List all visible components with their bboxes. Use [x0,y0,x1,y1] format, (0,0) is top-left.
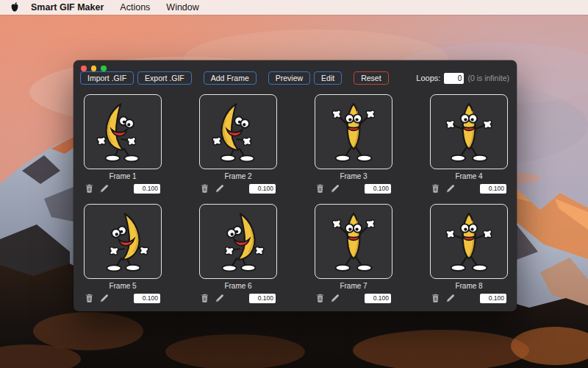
frame-label: Frame 1 [84,172,162,181]
frame-grid: Frame 1 Frame 2 [84,94,508,303]
frame-controls [199,183,277,194]
frame-thumbnail[interactable] [315,94,392,169]
frame-duration-input[interactable] [249,294,276,303]
loops-hint: (0 is infinite) [467,74,509,82]
banana-image [89,98,157,166]
frame-controls [199,293,277,303]
menu-app-name[interactable]: Smart GIF Maker [31,2,104,13]
frame-duration-input[interactable] [480,184,506,194]
pencil-icon [331,184,340,193]
frame-cell: Frame 2 [199,94,277,194]
delete-frame-button[interactable] [316,294,326,303]
frame-label: Frame 2 [199,172,277,181]
frame-thumbnail[interactable] [199,204,277,279]
apple-logo-glyph [10,2,19,13]
frame-duration-input[interactable] [480,294,506,303]
trash-icon [85,184,93,193]
banana-image [204,98,272,166]
loops-input[interactable] [444,73,464,84]
delete-frame-button[interactable] [201,294,210,303]
frame-controls [84,293,162,303]
edit-frame-button[interactable] [446,184,456,194]
edit-frame-button[interactable] [215,294,225,303]
zoom-button[interactable] [101,66,107,71]
banana-image [320,98,387,166]
frame-duration-input[interactable] [134,184,160,194]
delete-frame-button[interactable] [431,294,441,303]
banana-image [435,208,503,275]
frame-cell: Frame 6 [199,204,277,303]
loops-control: Loops: (0 is infinite) [416,73,509,84]
frame-duration-input[interactable] [365,294,391,303]
edit-frame-button[interactable] [446,294,456,303]
frame-label: Frame 4 [430,172,508,181]
banana-image [435,98,503,166]
frame-cell: Frame 1 [84,94,162,194]
edit-frame-button[interactable] [331,294,340,303]
edit-frame-button[interactable] [331,184,340,194]
menu-item-window[interactable]: Window [166,2,198,13]
toolbar-buttons: Import .GIFExport .GIFAdd FramePreviewEd… [80,71,389,85]
frame-cell: Frame 5 [84,204,162,303]
apple-icon[interactable] [10,2,19,13]
pencil-icon [215,184,224,193]
delete-frame-button[interactable] [85,294,95,303]
frame-controls [315,183,392,194]
frame-duration-input[interactable] [134,294,160,303]
menu-item-actions[interactable]: Actions [120,2,150,13]
frame-controls [430,293,508,303]
frame-thumbnail[interactable] [84,94,162,169]
frame-cell: Frame 4 [430,94,508,194]
trash-icon [316,294,324,302]
reset-button[interactable]: Reset [354,71,388,85]
trash-icon [201,184,209,193]
toolbar: Import .GIFExport .GIFAdd FramePreviewEd… [80,71,509,85]
frame-duration-input[interactable] [249,184,276,194]
edit-frame-button[interactable] [100,294,110,303]
banana-image [89,208,157,275]
trash-icon [85,294,93,302]
delete-frame-button[interactable] [85,184,95,194]
export-gif-button[interactable]: Export .GIF [137,71,192,85]
frame-controls [315,293,392,303]
frame-thumbnail[interactable] [430,94,508,169]
minimize-button[interactable] [91,66,97,71]
close-button[interactable] [81,66,87,71]
window-controls [81,66,107,71]
delete-frame-button[interactable] [201,184,210,194]
frame-cell: Frame 8 [430,204,508,303]
pencil-icon [100,294,109,302]
frame-cell: Frame 7 [315,204,392,303]
frame-label: Frame 6 [199,282,277,291]
trash-icon [201,294,209,302]
pencil-icon [100,184,109,193]
import-gif-button[interactable]: Import .GIF [80,71,134,85]
app-window: Import .GIFExport .GIFAdd FramePreviewEd… [74,60,517,311]
loops-label: Loops: [416,74,440,82]
frame-thumbnail[interactable] [430,204,508,279]
edit-frame-button[interactable] [100,184,110,194]
frame-duration-input[interactable] [365,184,391,194]
add-frame-button[interactable]: Add Frame [204,71,257,85]
banana-image [320,208,387,275]
edit-button[interactable]: Edit [314,71,342,85]
frame-thumbnail[interactable] [84,204,162,279]
frame-thumbnail[interactable] [315,204,392,279]
banana-image [204,208,272,275]
trash-icon [316,184,324,193]
trash-icon [431,184,440,193]
menu-bar: Smart GIF Maker Actions Window [0,0,588,15]
delete-frame-button[interactable] [316,184,326,194]
frame-controls [430,183,508,194]
frame-label: Frame 8 [430,282,508,291]
pencil-icon [446,294,455,302]
delete-frame-button[interactable] [431,184,441,194]
frame-label: Frame 7 [315,282,392,291]
frame-thumbnail[interactable] [199,94,277,169]
trash-icon [431,294,440,302]
pencil-icon [446,184,455,193]
frame-label: Frame 5 [84,282,162,291]
preview-button[interactable]: Preview [268,71,310,85]
frame-label: Frame 3 [315,172,392,181]
edit-frame-button[interactable] [215,184,225,194]
